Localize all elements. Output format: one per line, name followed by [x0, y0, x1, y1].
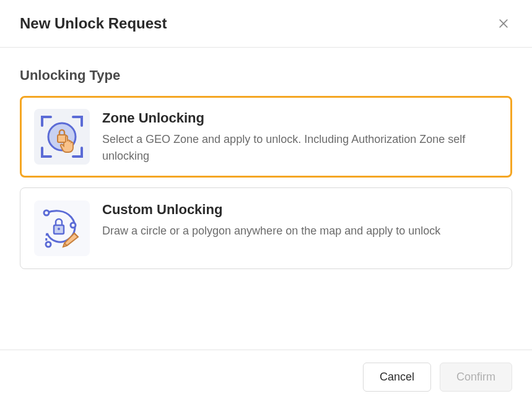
- svg-point-8: [58, 228, 60, 230]
- dialog-header: New Unlock Request: [0, 0, 532, 48]
- option-text: Zone Unlocking Select a GEO Zone and app…: [102, 109, 498, 165]
- svg-point-4: [44, 210, 49, 215]
- confirm-button[interactable]: Confirm: [440, 363, 512, 392]
- zone-unlocking-icon: [34, 109, 90, 165]
- cancel-button[interactable]: Cancel: [363, 363, 431, 392]
- option-title: Zone Unlocking: [102, 110, 498, 126]
- option-custom-unlocking[interactable]: Custom Unlocking Draw a circle or a poly…: [20, 187, 512, 269]
- option-title: Custom Unlocking: [102, 202, 498, 218]
- new-unlock-request-dialog: New Unlock Request Unlocking Type: [0, 0, 532, 404]
- option-description: Draw a circle or a polygon anywhere on t…: [102, 223, 498, 239]
- option-zone-unlocking[interactable]: Zone Unlocking Select a GEO Zone and app…: [20, 96, 512, 178]
- custom-unlocking-icon: [34, 200, 90, 256]
- option-text: Custom Unlocking Draw a circle or a poly…: [102, 200, 498, 239]
- svg-point-6: [46, 242, 51, 247]
- close-icon: [497, 17, 510, 30]
- section-title: Unlocking Type: [20, 67, 512, 84]
- close-button[interactable]: [495, 15, 512, 32]
- svg-rect-3: [58, 135, 66, 142]
- svg-point-5: [71, 223, 76, 228]
- dialog-footer: Cancel Confirm: [0, 350, 532, 404]
- dialog-title: New Unlock Request: [20, 15, 167, 32]
- dialog-body: Unlocking Type: [0, 48, 532, 350]
- option-description: Select a GEO Zone and apply to unlock. I…: [102, 131, 498, 165]
